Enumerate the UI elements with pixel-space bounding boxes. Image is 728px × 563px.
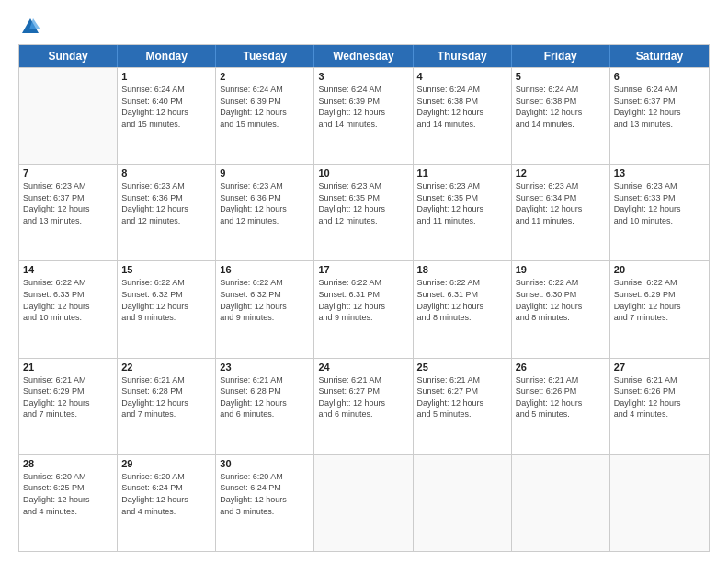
day-number: 3: [318, 71, 408, 82]
cell-sun-info: Sunrise: 6:23 AM Sunset: 6:35 PM Dayligh…: [318, 180, 408, 226]
calendar-cell: 12Sunrise: 6:23 AM Sunset: 6:34 PM Dayli…: [512, 165, 610, 260]
day-number: 2: [220, 71, 310, 82]
page: SundayMondayTuesdayWednesdayThursdayFrid…: [0, 0, 728, 563]
cell-sun-info: Sunrise: 6:24 AM Sunset: 6:37 PM Dayligh…: [614, 84, 705, 130]
cell-sun-info: Sunrise: 6:22 AM Sunset: 6:31 PM Dayligh…: [318, 277, 408, 323]
calendar-cell: 15Sunrise: 6:22 AM Sunset: 6:32 PM Dayli…: [118, 261, 216, 357]
header-day-tuesday: Tuesday: [216, 45, 314, 67]
header-day-sunday: Sunday: [19, 45, 118, 67]
cell-sun-info: Sunrise: 6:22 AM Sunset: 6:30 PM Dayligh…: [516, 277, 606, 323]
cell-sun-info: Sunrise: 6:24 AM Sunset: 6:40 PM Dayligh…: [121, 84, 211, 130]
calendar-cell: 14Sunrise: 6:22 AM Sunset: 6:33 PM Dayli…: [19, 261, 118, 357]
calendar-cell: 24Sunrise: 6:21 AM Sunset: 6:27 PM Dayli…: [314, 359, 413, 454]
calendar-cell: 21Sunrise: 6:21 AM Sunset: 6:29 PM Dayli…: [19, 359, 118, 454]
calendar-cell: 5Sunrise: 6:24 AM Sunset: 6:38 PM Daylig…: [512, 68, 610, 164]
calendar-cell: 19Sunrise: 6:22 AM Sunset: 6:30 PM Dayli…: [512, 261, 610, 357]
cell-sun-info: Sunrise: 6:20 AM Sunset: 6:25 PM Dayligh…: [23, 471, 113, 517]
day-number: 23: [220, 362, 310, 373]
cell-sun-info: Sunrise: 6:21 AM Sunset: 6:28 PM Dayligh…: [121, 374, 211, 420]
day-number: 26: [516, 362, 606, 373]
cell-sun-info: Sunrise: 6:21 AM Sunset: 6:26 PM Dayligh…: [516, 374, 606, 420]
cell-sun-info: Sunrise: 6:21 AM Sunset: 6:26 PM Dayligh…: [614, 374, 705, 420]
cell-sun-info: Sunrise: 6:20 AM Sunset: 6:24 PM Dayligh…: [220, 471, 310, 517]
calendar-row-4: 21Sunrise: 6:21 AM Sunset: 6:29 PM Dayli…: [19, 358, 709, 454]
day-number: 7: [23, 167, 113, 178]
header-day-monday: Monday: [118, 45, 216, 67]
calendar-cell: 17Sunrise: 6:22 AM Sunset: 6:31 PM Dayli…: [314, 261, 413, 357]
day-number: 24: [318, 362, 408, 373]
day-number: 19: [516, 264, 606, 275]
cell-sun-info: Sunrise: 6:24 AM Sunset: 6:39 PM Dayligh…: [318, 84, 408, 130]
calendar-cell: 10Sunrise: 6:23 AM Sunset: 6:35 PM Dayli…: [314, 165, 413, 260]
calendar-cell: 23Sunrise: 6:21 AM Sunset: 6:28 PM Dayli…: [216, 359, 314, 454]
calendar-cell: 16Sunrise: 6:22 AM Sunset: 6:32 PM Dayli…: [216, 261, 314, 357]
cell-sun-info: Sunrise: 6:21 AM Sunset: 6:28 PM Dayligh…: [220, 374, 310, 420]
day-number: 22: [121, 362, 211, 373]
day-number: 8: [121, 167, 211, 178]
day-number: 21: [23, 362, 113, 373]
calendar-body: 1Sunrise: 6:24 AM Sunset: 6:40 PM Daylig…: [19, 67, 709, 551]
calendar-cell: 29Sunrise: 6:20 AM Sunset: 6:24 PM Dayli…: [118, 455, 216, 551]
cell-sun-info: Sunrise: 6:23 AM Sunset: 6:35 PM Dayligh…: [417, 180, 507, 226]
cell-sun-info: Sunrise: 6:23 AM Sunset: 6:33 PM Dayligh…: [614, 180, 705, 226]
day-number: 9: [220, 167, 310, 178]
header-day-thursday: Thursday: [414, 45, 512, 67]
day-number: 14: [23, 264, 113, 275]
calendar-header: SundayMondayTuesdayWednesdayThursdayFrid…: [19, 45, 709, 67]
calendar-cell: 9Sunrise: 6:23 AM Sunset: 6:36 PM Daylig…: [216, 165, 314, 260]
cell-sun-info: Sunrise: 6:21 AM Sunset: 6:27 PM Dayligh…: [417, 374, 507, 420]
calendar-cell: 6Sunrise: 6:24 AM Sunset: 6:37 PM Daylig…: [610, 68, 709, 164]
calendar-cell: 1Sunrise: 6:24 AM Sunset: 6:40 PM Daylig…: [118, 68, 216, 164]
day-number: 27: [614, 362, 705, 373]
calendar-cell: [414, 455, 512, 551]
header: [18, 17, 710, 37]
cell-sun-info: Sunrise: 6:22 AM Sunset: 6:29 PM Dayligh…: [614, 277, 705, 323]
calendar-cell: [314, 455, 413, 551]
day-number: 16: [220, 264, 310, 275]
day-number: 13: [614, 167, 705, 178]
calendar-cell: 27Sunrise: 6:21 AM Sunset: 6:26 PM Dayli…: [610, 359, 709, 454]
day-number: 28: [23, 458, 113, 469]
calendar-row-5: 28Sunrise: 6:20 AM Sunset: 6:25 PM Dayli…: [19, 454, 709, 551]
calendar-cell: 25Sunrise: 6:21 AM Sunset: 6:27 PM Dayli…: [414, 359, 512, 454]
cell-sun-info: Sunrise: 6:22 AM Sunset: 6:32 PM Dayligh…: [220, 277, 310, 323]
calendar-cell: 3Sunrise: 6:24 AM Sunset: 6:39 PM Daylig…: [314, 68, 413, 164]
calendar-cell: 28Sunrise: 6:20 AM Sunset: 6:25 PM Dayli…: [19, 455, 118, 551]
calendar-cell: [19, 68, 118, 164]
calendar-row-1: 1Sunrise: 6:24 AM Sunset: 6:40 PM Daylig…: [19, 67, 709, 164]
cell-sun-info: Sunrise: 6:21 AM Sunset: 6:29 PM Dayligh…: [23, 374, 113, 420]
calendar-row-3: 14Sunrise: 6:22 AM Sunset: 6:33 PM Dayli…: [19, 260, 709, 357]
calendar-cell: 4Sunrise: 6:24 AM Sunset: 6:38 PM Daylig…: [414, 68, 512, 164]
day-number: 15: [121, 264, 211, 275]
cell-sun-info: Sunrise: 6:23 AM Sunset: 6:34 PM Dayligh…: [516, 180, 606, 226]
cell-sun-info: Sunrise: 6:23 AM Sunset: 6:36 PM Dayligh…: [220, 180, 310, 226]
calendar-cell: 26Sunrise: 6:21 AM Sunset: 6:26 PM Dayli…: [512, 359, 610, 454]
logo-icon: [20, 17, 40, 37]
cell-sun-info: Sunrise: 6:24 AM Sunset: 6:39 PM Dayligh…: [220, 84, 310, 130]
day-number: 20: [614, 264, 705, 275]
day-number: 29: [121, 458, 211, 469]
cell-sun-info: Sunrise: 6:23 AM Sunset: 6:37 PM Dayligh…: [23, 180, 113, 226]
cell-sun-info: Sunrise: 6:24 AM Sunset: 6:38 PM Dayligh…: [516, 84, 606, 130]
calendar-cell: 7Sunrise: 6:23 AM Sunset: 6:37 PM Daylig…: [19, 165, 118, 260]
day-number: 11: [417, 167, 507, 178]
header-day-saturday: Saturday: [610, 45, 709, 67]
calendar-cell: 20Sunrise: 6:22 AM Sunset: 6:29 PM Dayli…: [610, 261, 709, 357]
calendar-cell: 18Sunrise: 6:22 AM Sunset: 6:31 PM Dayli…: [414, 261, 512, 357]
cell-sun-info: Sunrise: 6:23 AM Sunset: 6:36 PM Dayligh…: [121, 180, 211, 226]
day-number: 12: [516, 167, 606, 178]
day-number: 30: [220, 458, 310, 469]
calendar-cell: 22Sunrise: 6:21 AM Sunset: 6:28 PM Dayli…: [118, 359, 216, 454]
day-number: 25: [417, 362, 507, 373]
day-number: 4: [417, 71, 507, 82]
calendar-cell: 11Sunrise: 6:23 AM Sunset: 6:35 PM Dayli…: [414, 165, 512, 260]
calendar-cell: 30Sunrise: 6:20 AM Sunset: 6:24 PM Dayli…: [216, 455, 314, 551]
cell-sun-info: Sunrise: 6:22 AM Sunset: 6:31 PM Dayligh…: [417, 277, 507, 323]
day-number: 10: [318, 167, 408, 178]
cell-sun-info: Sunrise: 6:20 AM Sunset: 6:24 PM Dayligh…: [121, 471, 211, 517]
calendar-cell: [610, 455, 709, 551]
day-number: 17: [318, 264, 408, 275]
calendar: SundayMondayTuesdayWednesdayThursdayFrid…: [18, 44, 710, 552]
day-number: 1: [121, 71, 211, 82]
calendar-row-2: 7Sunrise: 6:23 AM Sunset: 6:37 PM Daylig…: [19, 164, 709, 260]
